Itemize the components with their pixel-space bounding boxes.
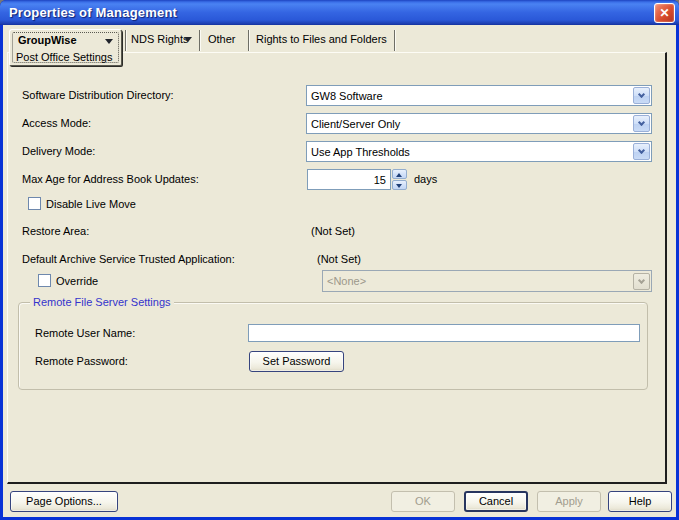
page-options-button[interactable]: Page Options... — [10, 491, 118, 512]
disable-live-move-checkbox[interactable] — [28, 197, 41, 210]
chevron-down-icon[interactable] — [105, 39, 113, 44]
tab-separator — [199, 30, 200, 51]
tab-separator — [248, 30, 249, 51]
help-button[interactable]: Help — [608, 491, 672, 512]
ok-button[interactable]: OK — [391, 491, 455, 512]
restore-area-label: Restore Area: — [22, 225, 89, 238]
override-value: <None> — [323, 275, 633, 287]
tab-groupwise-label: GroupWise — [18, 34, 77, 46]
delivery-mode-dropdown[interactable]: Use App Thresholds — [306, 141, 652, 162]
dropdown-arrow-button[interactable] — [633, 87, 650, 104]
chevron-down-icon[interactable] — [184, 37, 192, 42]
tab-nds-rights[interactable]: NDS Rights — [131, 31, 188, 48]
access-mode-dropdown[interactable]: Client/Server Only — [306, 113, 652, 134]
arrow-down-icon — [396, 184, 402, 188]
remote-user-name-input[interactable] — [248, 324, 640, 342]
delivery-mode-value: Use App Thresholds — [307, 146, 633, 158]
chevron-down-icon — [638, 147, 645, 154]
spinner-up-button[interactable] — [392, 169, 407, 179]
tab-rights-files-folders[interactable]: Rights to Files and Folders — [256, 31, 387, 48]
dialog-body: GroupWise Post Office Settings NDS Right… — [3, 25, 676, 517]
remote-password-label: Remote Password: — [35, 355, 128, 368]
arrow-up-icon — [396, 173, 402, 177]
window-title: Properties of Management — [0, 5, 177, 20]
default-archive-value: (Not Set) — [317, 253, 361, 266]
software-distribution-directory-dropdown[interactable]: GW8 Software — [306, 85, 652, 106]
restore-area-value: (Not Set) — [311, 225, 355, 238]
override-label: Override — [56, 275, 98, 288]
remote-file-server-settings-group — [18, 302, 648, 390]
dropdown-arrow-button — [633, 273, 650, 290]
override-checkbox[interactable] — [38, 274, 51, 287]
tab-separator — [125, 30, 126, 51]
software-distribution-directory-label: Software Distribution Directory: — [22, 89, 174, 102]
delivery-mode-label: Delivery Mode: — [22, 145, 95, 158]
software-distribution-directory-value: GW8 Software — [307, 90, 633, 102]
spinner-down-button[interactable] — [392, 180, 407, 190]
access-mode-label: Access Mode: — [22, 117, 91, 130]
apply-button[interactable]: Apply — [537, 491, 601, 512]
cancel-button[interactable]: Cancel — [464, 491, 528, 512]
disable-live-move-label: Disable Live Move — [46, 198, 136, 211]
tab-groupwise-active[interactable]: GroupWise Post Office Settings — [9, 29, 122, 66]
access-mode-value: Client/Server Only — [307, 118, 633, 130]
properties-dialog: Properties of Management ✕ GroupWise Pos… — [0, 0, 679, 520]
tab-groupwise-sublabel: Post Office Settings — [16, 51, 112, 63]
title-bar[interactable]: Properties of Management ✕ — [0, 0, 679, 25]
override-dropdown-disabled: <None> — [322, 270, 652, 292]
max-age-unit-label: days — [414, 173, 437, 186]
default-archive-label: Default Archive Service Trusted Applicat… — [22, 253, 235, 266]
tab-other[interactable]: Other — [208, 31, 236, 48]
max-age-spinner — [392, 169, 407, 190]
dropdown-arrow-button[interactable] — [633, 143, 650, 160]
remote-user-name-label: Remote User Name: — [35, 327, 135, 340]
chevron-down-icon — [638, 119, 645, 126]
max-age-label: Max Age for Address Book Updates: — [22, 173, 199, 186]
set-password-button[interactable]: Set Password — [249, 351, 344, 372]
dropdown-arrow-button[interactable] — [633, 115, 650, 132]
remote-file-server-settings-title: Remote File Server Settings — [30, 296, 174, 309]
close-icon[interactable]: ✕ — [654, 3, 675, 23]
tab-separator — [394, 30, 395, 51]
chevron-down-icon — [638, 276, 645, 283]
max-age-input[interactable] — [307, 169, 391, 190]
chevron-down-icon — [638, 91, 645, 98]
